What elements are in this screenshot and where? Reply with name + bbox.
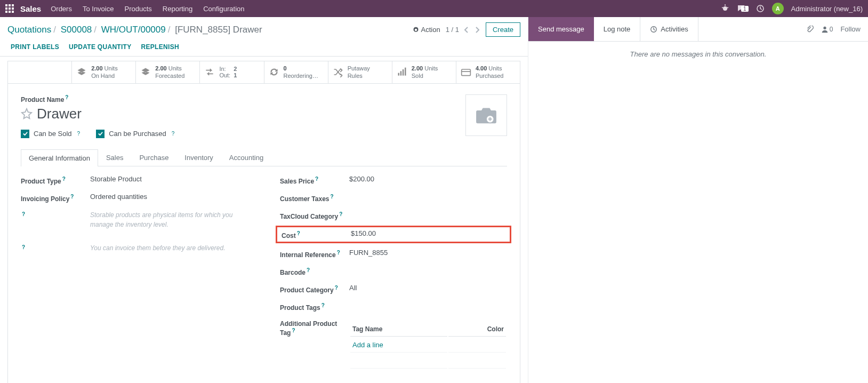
svg-line-2 [722, 7, 724, 8]
svg-line-3 [727, 7, 728, 8]
svg-point-16 [823, 26, 826, 29]
sales-price-value[interactable]: $200.00 [349, 175, 507, 183]
activities-button[interactable]: Activities [640, 17, 698, 41]
form-body: Product Name? Drawer Can be Sold? Can be… [7, 84, 520, 383]
statbox-reorder[interactable]: 0Reordering… [264, 61, 328, 83]
crumb-quotations[interactable]: Quotations [7, 25, 51, 35]
pager: 1 / 1 [446, 26, 480, 34]
messages-badge: 1 [741, 6, 749, 12]
log-note-button[interactable]: Log note [594, 17, 641, 41]
app-brand[interactable]: Sales [20, 4, 41, 13]
checkbox-checked-icon [96, 130, 105, 138]
statbox-purchased[interactable]: 4.00 UnitsPurchased [456, 61, 520, 83]
messaging-panel: Send message Log note Activities 0 Follo… [528, 17, 868, 383]
print-labels-button[interactable]: PRINT LABELS [11, 43, 59, 51]
attachment-icon[interactable] [806, 26, 814, 33]
crumb-order[interactable]: S00008 [61, 25, 92, 35]
bars-icon [397, 67, 407, 77]
statbox-inout[interactable]: In:2Out:1 [199, 61, 263, 83]
avatar[interactable]: A [772, 3, 784, 14]
follow-button[interactable]: Follow [840, 25, 861, 33]
tab-inventory[interactable]: Inventory [176, 149, 221, 166]
breadcrumb: Quotations/ S00008/ WH/OUT/00009/ [FURN_… [7, 25, 407, 35]
apps-icon[interactable] [5, 4, 14, 13]
send-message-button[interactable]: Send message [528, 17, 594, 41]
invoicing-policy-value[interactable]: Ordered quantities [90, 193, 248, 201]
crumb-current: [FURN_8855] Drawer [175, 25, 262, 35]
product-name-label: Product Name? [21, 96, 68, 103]
page-next-icon[interactable] [474, 27, 480, 33]
svg-rect-5 [398, 73, 399, 76]
tag-table: Tag NameColor Add a line [349, 321, 507, 383]
control-row: Quotations/ S00008/ WH/OUT/00009/ [FURN_… [0, 17, 528, 37]
transfer-icon [204, 67, 215, 77]
add-line-link[interactable]: Add a line [350, 338, 447, 353]
statbox-putaway[interactable]: PutawayRules [328, 61, 392, 83]
card-icon [461, 67, 471, 77]
can-be-sold-checkbox[interactable]: Can be Sold? [21, 130, 80, 138]
stat-boxes: 2.00 UnitsOn Hand 2.00 UnitsForecasted I… [7, 61, 520, 84]
gear-icon [413, 27, 419, 33]
menu-reporting[interactable]: Reporting [163, 5, 192, 13]
bug-icon[interactable] [721, 4, 729, 13]
message-toolbar: Send message Log note Activities 0 Follo… [528, 17, 868, 42]
product-type-value[interactable]: Storable Product [90, 175, 248, 183]
shuffle-icon [333, 67, 343, 77]
product-name[interactable]: Drawer [37, 106, 82, 122]
username[interactable]: Administrator (new_16) [791, 5, 863, 13]
svg-rect-8 [405, 68, 406, 76]
menu-configuration[interactable]: Configuration [203, 5, 244, 13]
action-buttons: PRINT LABELS UPDATE QUANTITY REPLENISH [0, 37, 528, 57]
fields-right: Sales Price? $200.00 Customer Taxes? Tax… [280, 175, 507, 383]
update-quantity-button[interactable]: UPDATE QUANTITY [69, 43, 132, 51]
statbox-blank [8, 61, 71, 83]
svg-rect-6 [400, 71, 401, 76]
page-prev-icon[interactable] [463, 27, 470, 33]
statbox-forecast[interactable]: 2.00 UnitsForecasted [135, 61, 199, 83]
no-messages-text: There are no messages in this conversati… [528, 42, 868, 67]
tab-general[interactable]: General Information [21, 149, 98, 166]
category-value[interactable]: All [349, 284, 507, 292]
favorite-star-icon[interactable] [21, 108, 33, 119]
followers-icon[interactable] [821, 26, 829, 33]
tabs: General Information Sales Purchase Inven… [21, 149, 507, 166]
menu-to-invoice[interactable]: To Invoice [83, 5, 114, 13]
top-menu: Orders To Invoice Products Reporting Con… [51, 5, 721, 13]
statbox-onhand[interactable]: 2.00 UnitsOn Hand [71, 61, 135, 83]
cost-highlight: Cost? $150.00 [276, 226, 511, 243]
boxes-icon [140, 67, 151, 77]
svg-point-0 [723, 6, 727, 11]
camera-plus-icon [475, 106, 498, 125]
tab-sales[interactable]: Sales [98, 149, 132, 166]
svg-rect-7 [403, 69, 404, 76]
clock-icon [650, 26, 657, 33]
menu-products[interactable]: Products [124, 5, 151, 13]
create-button[interactable]: Create [486, 22, 520, 37]
follower-count: 0 [830, 26, 833, 33]
checkbox-checked-icon [21, 130, 29, 138]
tab-accounting[interactable]: Accounting [221, 149, 271, 166]
action-dropdown[interactable]: Action [413, 26, 440, 34]
pager-text: 1 / 1 [446, 26, 459, 34]
hint-storable: Storable products are physical items for… [90, 210, 248, 229]
tab-purchase[interactable]: Purchase [131, 149, 176, 166]
fields-left: Product Type? Storable Product Invoicing… [21, 175, 248, 383]
boxes-icon [76, 67, 87, 77]
crumb-delivery[interactable]: WH/OUT/00009 [101, 25, 166, 35]
product-image-placeholder[interactable] [465, 94, 507, 136]
replenish-button[interactable]: REPLENISH [141, 43, 179, 51]
can-be-purchased-checkbox[interactable]: Can be Purchased? [96, 130, 174, 138]
cost-value[interactable]: $150.00 [351, 229, 505, 237]
menu-orders[interactable]: Orders [51, 5, 72, 13]
refresh-icon [269, 67, 279, 77]
clock-icon[interactable] [756, 4, 765, 13]
top-navbar: Sales Orders To Invoice Products Reporti… [0, 0, 868, 17]
statbox-sold[interactable]: 2.00 UnitsSold [392, 61, 456, 83]
top-right: 1 A Administrator (new_16) [721, 3, 863, 14]
hint-invoice: You can invoice them before they are del… [90, 243, 226, 253]
svg-rect-9 [462, 69, 471, 76]
internal-ref-value[interactable]: FURN_8855 [349, 249, 507, 257]
